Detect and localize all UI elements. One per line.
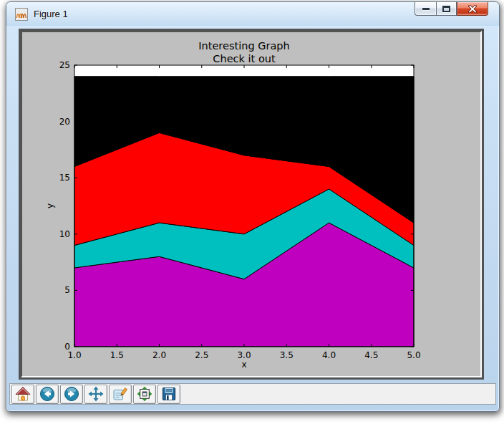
- svg-text:1.5: 1.5: [110, 350, 124, 360]
- home-icon: [15, 386, 31, 402]
- svg-text:2.5: 2.5: [195, 350, 208, 360]
- minimize-button[interactable]: [415, 2, 436, 16]
- window-controls: [415, 2, 488, 16]
- svg-text:5.0: 5.0: [407, 350, 420, 360]
- back-button[interactable]: [36, 385, 59, 404]
- svg-text:5: 5: [64, 285, 70, 295]
- window-title: Figure 1: [34, 9, 68, 19]
- close-icon: [467, 5, 478, 13]
- subplots-icon: [137, 386, 152, 402]
- zoom-button[interactable]: [109, 385, 132, 404]
- pan-icon: [88, 386, 104, 402]
- home-button[interactable]: [11, 385, 34, 404]
- svg-text:4.0: 4.0: [322, 350, 336, 360]
- svg-text:20: 20: [59, 117, 70, 127]
- svg-text:3.0: 3.0: [237, 350, 251, 360]
- y-axis-label: y: [45, 203, 55, 208]
- svg-text:3.5: 3.5: [280, 350, 294, 360]
- maximize-button[interactable]: [436, 2, 457, 16]
- figure-window: Figure 1 1.01.52.02.53.03.54.04.55.00510…: [6, 1, 500, 412]
- save-button[interactable]: [158, 385, 180, 404]
- forward-icon: [64, 386, 79, 402]
- svg-text:2.0: 2.0: [152, 350, 166, 360]
- svg-text:25: 25: [59, 60, 70, 70]
- svg-text:10: 10: [59, 229, 70, 239]
- figure-canvas[interactable]: 1.01.52.02.53.03.54.04.55.00510152025Int…: [22, 32, 480, 376]
- chart-title: Interesting Graph: [198, 40, 289, 52]
- svg-text:0: 0: [64, 342, 70, 352]
- chart-subtitle: Check it out: [213, 53, 276, 64]
- save-icon: [161, 386, 177, 402]
- client-area: 1.01.52.02.53.03.54.04.55.00510152025Int…: [6, 26, 499, 411]
- configure-subplots-button[interactable]: [133, 385, 156, 404]
- svg-text:4.5: 4.5: [364, 350, 378, 360]
- zoom-icon: [112, 386, 128, 402]
- svg-text:15: 15: [59, 173, 70, 183]
- close-button[interactable]: [457, 2, 488, 16]
- matplotlib-logo-icon: [15, 8, 28, 21]
- titlebar[interactable]: Figure 1: [6, 2, 499, 26]
- svg-text:1.0: 1.0: [67, 350, 81, 360]
- toolbar: [9, 383, 496, 405]
- figure-canvas-frame: 1.01.52.02.53.03.54.04.55.00510152025Int…: [19, 29, 484, 380]
- pan-button[interactable]: [84, 385, 107, 404]
- desktop: { "window": { "title": "Figure 1", "icon…: [0, 0, 504, 424]
- back-icon: [39, 386, 55, 402]
- maximize-icon: [442, 6, 450, 12]
- forward-button[interactable]: [60, 385, 83, 404]
- x-axis-label: x: [241, 360, 246, 370]
- minimize-icon: [422, 8, 430, 10]
